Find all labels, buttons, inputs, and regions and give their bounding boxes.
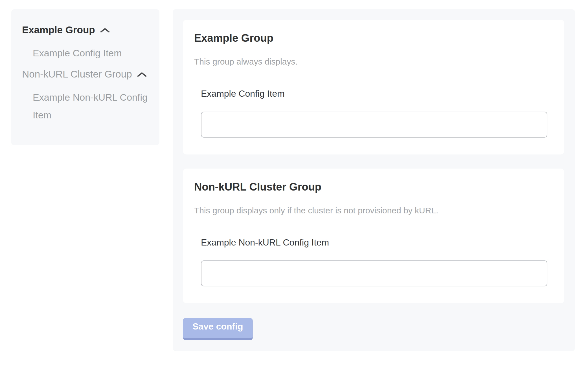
config-sidebar: Example Group Example Config Item Non-kU… xyxy=(11,9,159,145)
config-group-title: Non-kURL Cluster Group xyxy=(194,180,553,193)
sidebar-group-example-group: Example Group Example Config Item xyxy=(22,24,151,62)
config-group-description: This group always displays. xyxy=(194,56,553,67)
config-item-label: Example Non-kURL Config Item xyxy=(201,237,547,248)
save-config-button[interactable]: Save config xyxy=(183,318,253,340)
config-group-description: This group displays only if the cluster … xyxy=(194,205,553,216)
sidebar-group-non-kurl-cluster-group: Non-kURL Cluster Group Example Non-kURL … xyxy=(22,68,151,124)
config-item-example-non-kurl-config-item: Example Non-kURL Config Item xyxy=(201,237,547,286)
sidebar-item-example-non-kurl-config-item[interactable]: Example Non-kURL Config Item xyxy=(33,89,151,124)
sidebar-group-items: Example Non-kURL Config Item xyxy=(22,89,151,124)
chevron-up-icon xyxy=(137,72,147,78)
config-item-input-example-non-kurl-config-item[interactable] xyxy=(201,260,547,286)
sidebar-item-example-config-item[interactable]: Example Config Item xyxy=(33,44,151,62)
config-item-input-example-config-item[interactable] xyxy=(201,112,547,138)
sidebar-group-toggle-non-kurl-cluster-group[interactable]: Non-kURL Cluster Group xyxy=(22,68,151,80)
config-item-example-config-item: Example Config Item xyxy=(201,88,547,138)
sidebar-group-toggle-example-group[interactable]: Example Group xyxy=(22,24,151,36)
sidebar-group-label: Non-kURL Cluster Group xyxy=(22,68,132,80)
chevron-up-icon xyxy=(100,27,110,34)
config-group-title: Example Group xyxy=(194,32,553,45)
config-group-card-example-group: Example Group This group always displays… xyxy=(183,20,564,154)
config-main-panel: Example Group This group always displays… xyxy=(173,9,575,351)
config-group-card-non-kurl-cluster-group: Non-kURL Cluster Group This group displa… xyxy=(183,169,564,303)
config-item-label: Example Config Item xyxy=(201,88,547,99)
config-page: Example Group Example Config Item Non-kU… xyxy=(0,0,588,351)
sidebar-group-items: Example Config Item xyxy=(22,44,151,62)
sidebar-group-label: Example Group xyxy=(22,24,95,36)
